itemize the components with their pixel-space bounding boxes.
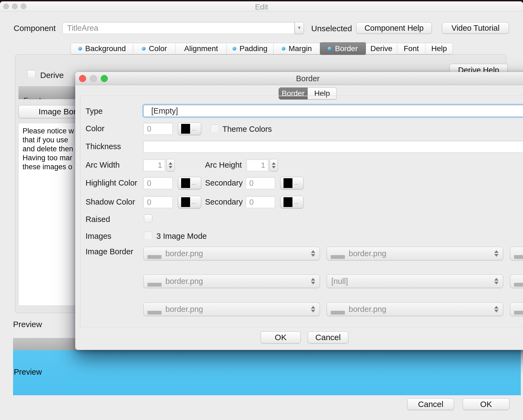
component-input[interactable] [62, 22, 295, 34]
image-thumbnail-icon [147, 283, 162, 287]
preview-canvas: Preview [13, 350, 521, 395]
highlight-secondary-picker-button[interactable]: ... [280, 177, 304, 189]
tab-derive[interactable]: Derive [366, 43, 397, 54]
color-chip [181, 178, 190, 188]
highlight-color-label: Highlight Color [86, 178, 137, 187]
image-border-combo-r3c1[interactable]: border.png [143, 302, 320, 316]
dialog-title: Border [75, 74, 523, 83]
modified-dot-icon [232, 47, 236, 51]
edit-cancel-button[interactable]: Cancel [407, 398, 454, 410]
highlight-color-picker-button[interactable]: ... [178, 177, 201, 189]
shadow-color-label: Shadow Color [86, 198, 135, 206]
combo-arrows-icon [494, 306, 499, 312]
tab-color[interactable]: Color [133, 43, 176, 54]
step-down-icon [272, 166, 276, 168]
shadow-secondary-input[interactable]: 0 [246, 196, 275, 208]
tab-font[interactable]: Font [397, 43, 426, 54]
image-thumbnail-icon [514, 255, 523, 259]
preview-label: Preview [13, 320, 42, 329]
screen: Edit Component ▼ Unselected Component He… [0, 0, 523, 420]
modified-dot-icon [142, 47, 146, 51]
images-label: Images [86, 232, 111, 241]
combo-arrows-icon [311, 306, 315, 312]
raised-checkbox[interactable] [144, 214, 152, 223]
image-thumbnail-icon [514, 283, 523, 287]
image-thumbnail-icon [331, 311, 345, 315]
theme-colors-checkbox[interactable] [210, 124, 219, 133]
component-label: Component [14, 24, 56, 33]
derive-checkbox-label: Derive [40, 71, 64, 80]
type-label: Type [86, 107, 103, 116]
combo-arrows-icon [311, 278, 315, 284]
style-tabs: Background Color Alignment Padding Margi… [71, 43, 453, 54]
three-image-mode-checkbox[interactable] [144, 231, 152, 240]
step-up-icon [272, 162, 276, 165]
preview-canvas-text: Preview [14, 368, 42, 377]
three-image-mode-label: 3 Image Mode [156, 232, 207, 241]
ellipsis-label: ... [192, 126, 196, 132]
image-thumbnail-icon [331, 255, 345, 259]
image-border-combo-r2c3[interactable] [510, 274, 523, 288]
highlight-secondary-input[interactable]: 0 [246, 177, 275, 189]
thickness-label: Thickness [86, 142, 121, 151]
type-combobox[interactable]: [Empty] [143, 105, 523, 117]
shadow-color-picker-button[interactable]: ... [178, 196, 201, 208]
component-dropdown-button[interactable]: ▼ [295, 22, 304, 34]
tab-alignment[interactable]: Alignment [176, 43, 227, 54]
modified-dot-icon [282, 47, 285, 51]
color-label: Color [86, 124, 104, 133]
step-up-icon [169, 162, 172, 165]
image-thumbnail-icon [514, 311, 523, 315]
image-border-combo-r2c2[interactable]: [null] [327, 274, 503, 288]
image-border-combo-r1c3[interactable] [510, 247, 523, 260]
derive-checkbox[interactable] [27, 70, 36, 79]
shadow-secondary-label: Secondary [205, 198, 243, 206]
component-help-button[interactable]: Component Help [356, 22, 432, 34]
arc-height-stepper[interactable] [270, 159, 278, 171]
chevron-down-icon: ▼ [297, 25, 302, 31]
color-chip [283, 178, 292, 188]
color-value-input[interactable]: 0 [143, 123, 173, 135]
ellipsis-label: ... [192, 199, 196, 205]
image-border-combo-r2c1[interactable]: border.png [143, 274, 320, 288]
image-border-label: Image Border [86, 247, 133, 256]
image-border-combo-r1c1[interactable]: border.png [143, 247, 320, 260]
thickness-input[interactable] [143, 141, 523, 153]
image-thumbnail-icon [147, 311, 162, 315]
modified-dot-icon [78, 47, 82, 51]
ellipsis-label: ... [294, 199, 298, 205]
arc-width-stepper[interactable] [166, 159, 175, 171]
arc-height-label: Arc Height [205, 161, 242, 170]
tab-background[interactable]: Background [71, 43, 133, 54]
tab-margin[interactable]: Margin [273, 43, 320, 54]
combo-arrows-icon [311, 250, 315, 257]
tab-help[interactable]: Help [426, 43, 453, 54]
selection-status: Unselected [311, 24, 352, 33]
color-picker-button[interactable]: ... [178, 123, 201, 135]
arc-height-input[interactable]: 1 [247, 159, 268, 171]
tab-border[interactable]: Border [320, 42, 366, 55]
video-tutorial-button[interactable]: Video Tutorial [442, 22, 509, 34]
dialog-ok-button[interactable]: OK [261, 331, 301, 343]
image-border-combo-r3c3[interactable] [510, 302, 523, 316]
border-dialog: Border Border Help Type [Empty] Color 0 … [75, 72, 523, 350]
dialog-cancel-button[interactable]: Cancel [308, 331, 348, 343]
arc-width-input[interactable]: 1 [143, 159, 165, 171]
edit-ok-button[interactable]: OK [463, 398, 509, 410]
color-chip [181, 124, 190, 134]
color-chip [181, 197, 190, 207]
image-border-combo-r3c2[interactable]: border.png [327, 302, 503, 316]
combo-arrows-icon [494, 278, 499, 284]
shadow-color-input[interactable]: 0 [143, 196, 173, 208]
tab-padding[interactable]: Padding [227, 43, 273, 54]
window-title: Edit [0, 3, 523, 11]
highlight-color-input[interactable]: 0 [143, 177, 173, 189]
shadow-secondary-picker-button[interactable]: ... [280, 196, 304, 208]
step-down-icon [169, 166, 172, 168]
raised-label: Raised [86, 215, 110, 224]
image-thumbnail-icon [147, 255, 162, 259]
ellipsis-label: ... [192, 180, 196, 186]
image-border-combo-r1c2[interactable]: border.png [327, 247, 503, 260]
ellipsis-label: ... [294, 180, 298, 186]
border-type-list-item-label: Empty [23, 96, 45, 99]
